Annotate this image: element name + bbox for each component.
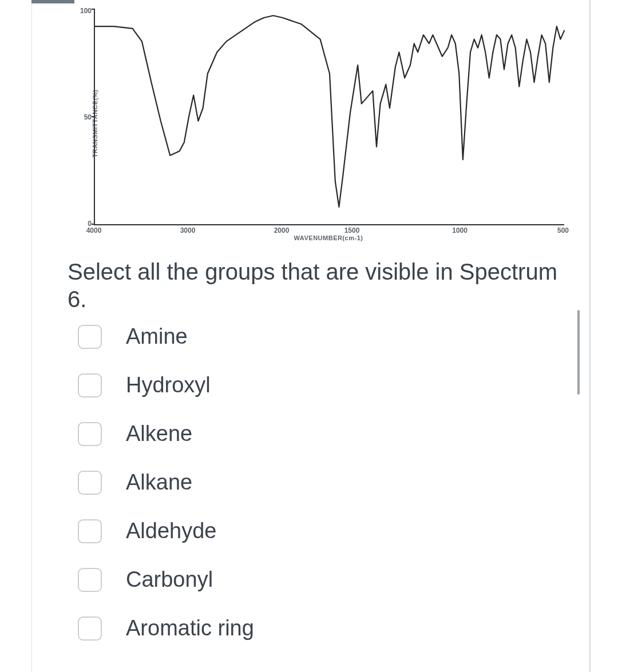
option-label: Amine [126, 324, 188, 349]
option-aldehyde[interactable]: Aldehyde [78, 519, 601, 543]
option-label: Alkane [126, 470, 192, 495]
left-divider [31, 0, 32, 672]
option-label: Carbonyl [126, 567, 213, 592]
option-label: Alkene [126, 422, 192, 446]
chart-ytick-100: 100 [77, 7, 92, 15]
ir-spectrum-chart: TRANSMITTANCE(%) 100 50 0 4000 3000 [64, 5, 571, 242]
chart-xtick-4000: 4000 [86, 226, 102, 234]
option-carbonyl[interactable]: Carbonyl [78, 567, 601, 592]
option-aromatic-ring[interactable]: Aromatic ring [78, 616, 601, 641]
checkbox-alkene[interactable] [78, 422, 102, 446]
options-list: Amine Hydroxyl Alkene Alkane Aldehyde Ca… [78, 324, 601, 641]
question-text: Select all the groups that are visible i… [68, 258, 560, 313]
checkbox-amine[interactable] [78, 325, 102, 349]
checkbox-aldehyde[interactable] [78, 519, 102, 543]
chart-xtick-1000: 1000 [452, 226, 468, 234]
option-label: Aromatic ring [126, 616, 254, 641]
option-hydroxyl[interactable]: Hydroxyl [78, 373, 601, 397]
chart-x-axis-label: WAVENUMBER(cm-1) [94, 234, 563, 241]
option-amine[interactable]: Amine [78, 324, 601, 349]
checkbox-alkane[interactable] [78, 471, 102, 495]
option-label: Aldehyde [126, 519, 216, 543]
chart-ytick-50: 50 [77, 113, 92, 121]
chart-xtick-1500: 1500 [344, 226, 360, 234]
right-frame-edge [589, 0, 591, 672]
checkbox-aromatic-ring[interactable] [78, 617, 102, 641]
top-tab-indicator [31, 0, 74, 3]
option-alkene[interactable]: Alkene [78, 422, 601, 446]
scrollbar-thumb[interactable] [577, 310, 580, 395]
option-alkane[interactable]: Alkane [78, 470, 601, 495]
option-label: Hydroxyl [126, 373, 211, 397]
chart-plot-area [94, 9, 564, 225]
checkbox-hydroxyl[interactable] [78, 373, 102, 397]
chart-xtick-500: 500 [557, 226, 569, 234]
chart-xtick-2000: 2000 [274, 226, 290, 234]
spectrum-svg [95, 9, 564, 224]
checkbox-carbonyl[interactable] [78, 568, 102, 592]
chart-xtick-3000: 3000 [180, 226, 196, 234]
